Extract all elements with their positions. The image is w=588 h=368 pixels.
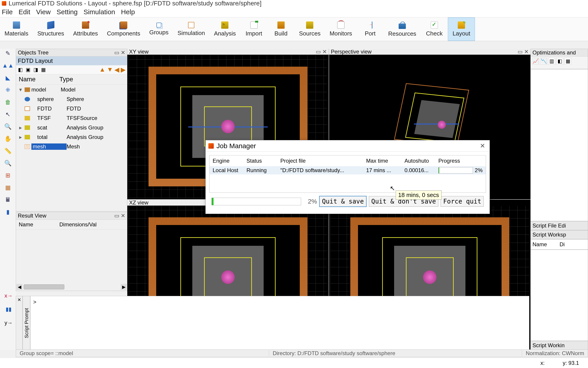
script-file-editor-title[interactable]: Script File Edi xyxy=(530,221,588,230)
menu-setting[interactable]: Setting xyxy=(57,8,78,16)
opt-tool-2[interactable]: 📉 xyxy=(540,58,547,64)
tool-bars[interactable]: ▮▮ xyxy=(6,306,11,313)
fdtd-icon xyxy=(25,106,30,111)
job-row[interactable]: Local Host Running "D:/FDTD software/stu… xyxy=(209,166,486,175)
result-scrollbar[interactable]: ◀ ▶ xyxy=(16,283,127,291)
toolbar-analysis[interactable]: Analysis xyxy=(209,17,241,41)
scroll-left-icon[interactable]: ◀ xyxy=(17,284,22,290)
toolbar-port[interactable]: Port xyxy=(357,17,384,41)
force-quit-button[interactable]: Force quit xyxy=(441,196,484,207)
panel-pin-icon[interactable]: ▭ xyxy=(114,212,119,219)
toolbar-structures[interactable]: Structures xyxy=(33,17,69,41)
tool-triangles[interactable]: ▲▲ xyxy=(4,62,12,69)
toolbar-groups[interactable]: Groups xyxy=(145,17,173,41)
workspace-col-name[interactable]: Name xyxy=(533,241,560,248)
toolbar-simulation[interactable]: Simulation xyxy=(173,17,209,41)
tree-col-type[interactable]: Type xyxy=(59,76,124,83)
cell-project: "D:/FDTD software/study... xyxy=(279,167,365,174)
dialog-close-icon[interactable]: ✕ xyxy=(478,142,487,149)
result-col-dims[interactable]: Dimensions/Val xyxy=(59,221,124,228)
tree-tool-4[interactable]: ▦ xyxy=(40,67,46,73)
tree-row-total[interactable]: ▸totalAnalysis Group xyxy=(18,132,125,142)
toolbar-sources[interactable]: Sources xyxy=(294,17,325,41)
menu-edit[interactable]: Edit xyxy=(18,8,30,16)
menu-file[interactable]: File xyxy=(2,8,13,16)
panel-pin-icon[interactable]: ▭ xyxy=(316,49,321,55)
opt-tool-1[interactable]: 📈 xyxy=(532,58,539,64)
tree-row-scat[interactable]: ▸scatAnalysis Group xyxy=(18,123,125,132)
tree-row-mesh[interactable]: meshMesh xyxy=(18,142,125,151)
tree-right-icon[interactable]: ▶ xyxy=(121,66,126,74)
tool-ruler[interactable]: 📏 xyxy=(4,147,12,155)
port-icon xyxy=(368,21,373,29)
col-progress[interactable]: Progress xyxy=(437,158,483,164)
tool-slab[interactable]: ▮ xyxy=(4,208,12,215)
tree-tool-3[interactable]: ◨ xyxy=(33,67,39,73)
tool-grid[interactable]: ⁜ xyxy=(4,86,12,93)
opt-tool-5[interactable]: ▦ xyxy=(564,58,571,64)
dialog-titlebar[interactable]: Job Manager ✕ xyxy=(206,140,490,152)
tree-row-fdtd[interactable]: FDTDFDTD xyxy=(18,104,125,113)
toolbar-monitors[interactable]: Monitors xyxy=(325,17,357,41)
tree-down-icon[interactable]: ▼ xyxy=(107,66,113,74)
script-prompt-input[interactable]: > xyxy=(30,296,529,350)
layout-icon xyxy=(458,21,465,29)
script-close-icon[interactable]: ✕ xyxy=(16,296,23,350)
footer-y: y: 93.1 xyxy=(563,360,579,366)
tree-row-model[interactable]: ▾modelModel xyxy=(18,85,125,94)
tool-pencil[interactable]: ✎ xyxy=(4,50,12,57)
tree-up-icon[interactable]: ▲ xyxy=(99,66,106,74)
app-logo-icon xyxy=(208,143,214,149)
tool-x-axis[interactable]: x→ xyxy=(5,293,13,299)
col-maxtime[interactable]: Max time xyxy=(365,158,404,164)
tool-trash[interactable]: 🗑 xyxy=(4,99,12,106)
col-status[interactable]: Status xyxy=(246,158,279,164)
tool-triangle[interactable]: ◣ xyxy=(4,74,12,81)
quit-save-button[interactable]: Quit & save xyxy=(319,196,366,207)
toolbar-import[interactable]: Import xyxy=(241,17,267,41)
tool-pointer[interactable]: ↖ xyxy=(4,111,12,118)
result-col-name[interactable]: Name xyxy=(19,221,59,228)
tree-tool-2[interactable]: ▣ xyxy=(25,67,31,73)
panel-close-icon[interactable]: ✕ xyxy=(524,49,529,55)
scroll-right-icon[interactable]: ▶ xyxy=(121,284,127,290)
menu-help[interactable]: Help xyxy=(121,8,135,16)
toolbar-check[interactable]: Check xyxy=(421,17,448,41)
menu-view[interactable]: View xyxy=(36,8,51,16)
menu-simulation[interactable]: Simulation xyxy=(83,8,115,16)
panel-pin-icon[interactable]: ▭ xyxy=(517,49,523,55)
tool-calc[interactable]: 🖩 xyxy=(4,196,12,203)
tree-row-sphere[interactable]: sphereSphere xyxy=(18,94,125,104)
toolbar-resources[interactable]: Resources xyxy=(384,17,421,41)
tool-zoom[interactable]: 🔍 xyxy=(4,123,12,130)
col-engine[interactable]: Engine xyxy=(212,158,246,164)
perspective-view-title: Perspective view xyxy=(331,49,372,55)
toolbar-layout[interactable]: Layout xyxy=(448,17,475,41)
panel-close-icon[interactable]: ✕ xyxy=(121,49,125,56)
toolbar-attributes[interactable]: Attributes xyxy=(69,17,102,41)
panel-pin-icon[interactable]: ▭ xyxy=(114,49,119,56)
col-autoshutoff[interactable]: Autoshuto xyxy=(404,158,437,164)
scroll-thumb[interactable] xyxy=(24,285,64,289)
left-toolbar-2: x→ ▮▮ y→ xyxy=(4,293,14,326)
col-project[interactable]: Project file xyxy=(279,158,365,164)
tool-y-axis[interactable]: y→ xyxy=(5,320,13,326)
opt-tool-4[interactable]: ◧ xyxy=(556,58,563,64)
toolbar-build[interactable]: Build xyxy=(267,17,294,41)
panel-close-icon[interactable]: ✕ xyxy=(121,212,125,219)
tool-zoomfit[interactable]: 🔍 xyxy=(4,159,12,167)
panel-close-icon[interactable]: ✕ xyxy=(322,49,327,55)
tree-tool-1[interactable]: ◧ xyxy=(17,67,23,73)
tree-left-icon[interactable]: ◀ xyxy=(115,66,119,74)
toolbar-materials[interactable]: Materials xyxy=(0,17,33,41)
script-working-title[interactable]: Script Workin xyxy=(530,341,588,350)
tool-matrix[interactable]: ⊞ xyxy=(4,172,12,179)
tree-col-name[interactable]: Name xyxy=(19,76,59,83)
toolbar-components[interactable]: Components xyxy=(102,17,145,41)
tool-box[interactable]: ▦ xyxy=(4,184,12,191)
opt-tool-3[interactable]: ▥ xyxy=(548,58,555,64)
tool-hand[interactable]: ✋ xyxy=(4,135,12,142)
workspace-col-di[interactable]: Di xyxy=(560,241,565,248)
tree-row-tfsf[interactable]: TFSFTFSFSource xyxy=(18,113,125,123)
script-workspace-title[interactable]: Script Worksp xyxy=(530,230,588,239)
